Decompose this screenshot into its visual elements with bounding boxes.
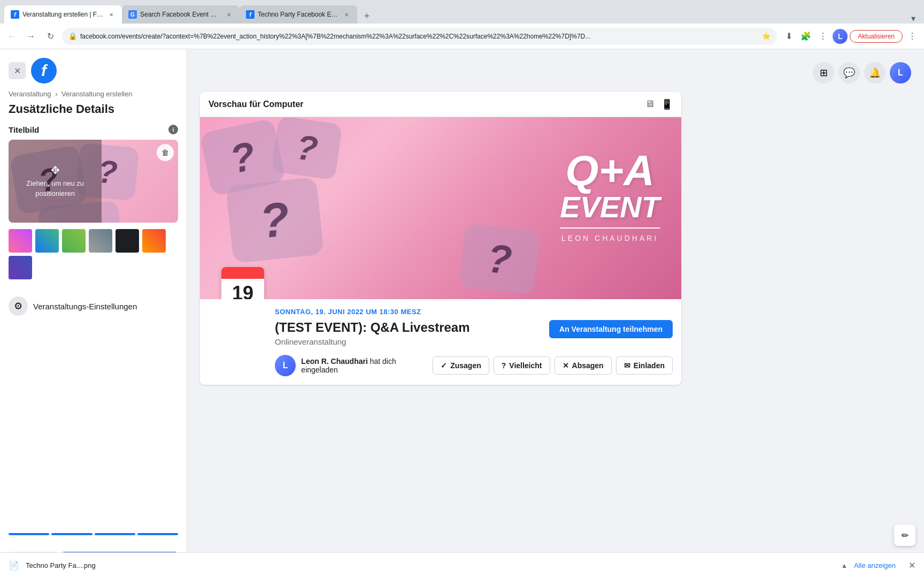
rsvp-maybe-button[interactable]: ? Vielleicht [494, 356, 550, 375]
organizer-avatar: L [275, 355, 296, 376]
titelbild-section: Titelbild i [9, 125, 178, 134]
settings-label: Veranstaltungs-Einstellungen [33, 302, 137, 311]
thumbnail-2[interactable] [35, 229, 59, 253]
thumbnail-row [9, 229, 178, 279]
rsvp-yes-button[interactable]: ✓ Zusagen [433, 356, 489, 375]
tab-search[interactable]: G Search Facebook Event Cover... ✕ [122, 5, 240, 24]
settings-row[interactable]: ⚙ Veranstaltungs-Einstellungen [9, 290, 178, 322]
tab-favicon-3: f [246, 10, 255, 19]
thumbnail-4[interactable] [89, 229, 112, 253]
thumbnail-6[interactable] [142, 229, 166, 253]
delete-image-button[interactable]: 🗑 [157, 144, 174, 161]
reload-button[interactable]: ↻ [43, 29, 58, 44]
forward-button[interactable]: → [24, 29, 38, 44]
thumbnail-3[interactable] [62, 229, 86, 253]
breadcrumb-separator: › [55, 90, 57, 98]
download-file-icon: 📄 [9, 560, 19, 571]
info-icon[interactable]: i [168, 125, 178, 134]
breadcrumb: Veranstaltung › Veranstaltung erstellen [9, 90, 178, 98]
download-chevron-icon[interactable]: ▲ [841, 562, 848, 569]
calendar-day: 19 [221, 279, 264, 299]
rsvp-invite-button[interactable]: ✉ Einladen [616, 356, 673, 375]
sidebar-header: ✕ f [9, 58, 178, 83]
breadcrumb-part1[interactable]: Veranstaltung [9, 90, 51, 98]
tab-title-2: Search Facebook Event Cover... [140, 11, 221, 18]
preview-title: Vorschau für Computer [209, 100, 304, 109]
download-bar: 📄 Techno Party Fa....png ▲ Alle anzeigen… [0, 552, 924, 578]
user-avatar-main[interactable]: L [890, 62, 911, 83]
progress-bar [9, 533, 178, 535]
download-icon[interactable]: ⬇ [781, 29, 796, 44]
user-avatar-browser[interactable]: L [833, 29, 848, 44]
event-info: SONNTAG, 19. JUNI 2022 UM 18:30 MESZ (TE… [200, 299, 681, 385]
address-bar[interactable]: 🔒 facebook.com/events/create/?acontext=%… [62, 28, 777, 45]
edit-icon[interactable]: ✏ [894, 524, 915, 546]
event-name: (TEST EVENT): Q&A Livestream [275, 320, 470, 335]
tab-techno[interactable]: f Techno Party Facebook Event ... ✕ [240, 5, 357, 24]
move-icon: ✥ [51, 164, 60, 177]
settings-gear-icon: ⚙ [9, 296, 28, 316]
download-filename: Techno Party Fa....png [26, 561, 835, 569]
extensions-icon[interactable]: 🧩 [798, 29, 813, 44]
upload-overlay: ✥ Ziehen, um neu zu positionieren [9, 140, 102, 223]
notifications-icon[interactable]: 🔔 [864, 62, 886, 83]
nav-bar: ← → ↻ 🔒 facebook.com/events/create/?acon… [0, 24, 924, 49]
rsvp-maybe-label: Vielleicht [509, 361, 542, 370]
rsvp-no-label: Absagen [572, 361, 604, 370]
preview-header: Vorschau für Computer 🖥 📱 [200, 92, 681, 117]
banner-bubble-4: ? [459, 223, 540, 295]
join-event-button[interactable]: An Veranstaltung teilnehmen [549, 320, 673, 338]
bookmark-icon[interactable]: ⭐ [762, 32, 771, 40]
page-body: ✕ f Veranstaltung › Veranstaltung erstel… [0, 49, 924, 578]
mail-icon: ✉ [624, 361, 630, 370]
thumbnail-7[interactable] [9, 256, 32, 279]
event-name-row: (TEST EVENT): Q&A Livestream Onlineveran… [275, 320, 673, 355]
menu-button[interactable]: ⋮ [905, 29, 920, 44]
rsvp-invite-label: Einladen [634, 361, 665, 370]
sidebar-title: Zusätzliche Details [9, 102, 178, 116]
mobile-icon[interactable]: 📱 [661, 98, 673, 110]
settings-icon[interactable]: ⋮ [815, 29, 830, 44]
breadcrumb-part2[interactable]: Veranstaltung erstellen [61, 90, 132, 98]
tab-favicon-2: G [128, 10, 137, 19]
page-header-icons: ⊞ 💬 🔔 L [200, 62, 911, 83]
desktop-icon[interactable]: 🖥 [645, 98, 654, 110]
banner-author-text: LEON CHAUDHARI [560, 234, 660, 242]
event-banner: ? ? ? ? Q+A EVENT LEON CHAUDHARI 19 [200, 117, 681, 299]
tab-close-3[interactable]: ✕ [342, 10, 351, 19]
tab-veranstaltung[interactable]: f Veranstaltung erstellen | Faceb... ✕ [4, 5, 122, 24]
event-actions-row: L Leon R. Chaudhari hat dich eingeladen … [275, 355, 673, 376]
image-upload-area[interactable]: ? ? ? ✥ Ziehen, um neu zu positionieren … [9, 140, 178, 223]
progress-dot-2 [51, 533, 92, 535]
preview-card: Vorschau für Computer 🖥 📱 ? ? ? ? Q+A EV… [200, 92, 681, 385]
progress-dot-3 [95, 533, 135, 535]
event-location: Onlineveranstaltung [275, 337, 470, 346]
sidebar: ✕ f Veranstaltung › Veranstaltung erstel… [0, 49, 187, 578]
nav-actions: ⬇ 🧩 ⋮ L Aktualisieren ⋮ [781, 29, 920, 44]
rsvp-no-button[interactable]: ✕ Absagen [555, 356, 612, 375]
main-content: ⊞ 💬 🔔 L Vorschau für Computer 🖥 📱 ? ? ? [187, 49, 924, 578]
overlay-text: Ziehen, um neu zu positionieren [9, 179, 102, 198]
browser-chrome: f Veranstaltung erstellen | Faceb... ✕ G… [0, 0, 924, 49]
show-all-downloads-button[interactable]: Alle anzeigen [854, 561, 896, 569]
back-button[interactable]: ← [4, 29, 19, 44]
thumbnail-5[interactable] [116, 229, 139, 253]
facebook-logo: f [31, 58, 57, 83]
grid-icon[interactable]: ⊞ [813, 62, 834, 83]
tab-close-1[interactable]: ✕ [107, 10, 116, 19]
update-button[interactable]: Aktualisieren [850, 30, 903, 43]
close-download-bar-button[interactable]: ✕ [908, 560, 915, 571]
address-text: facebook.com/events/create/?acontext=%7B… [80, 33, 759, 40]
tab-title-1: Veranstaltung erstellen | Faceb... [22, 11, 104, 18]
rsvp-buttons: ✓ Zusagen ? Vielleicht ✕ Absagen ✉ [433, 356, 673, 375]
tab-dropdown[interactable]: ▾ [907, 13, 920, 24]
rsvp-yes-label: Zusagen [450, 361, 481, 370]
banner-qa-text: Q+A [560, 149, 660, 192]
close-sidebar-button[interactable]: ✕ [9, 62, 26, 79]
banner-event-text: EVENT [560, 192, 660, 222]
new-tab-button[interactable]: + [359, 9, 374, 24]
check-icon: ✓ [441, 361, 447, 370]
thumbnail-1[interactable] [9, 229, 32, 253]
messenger-icon[interactable]: 💬 [838, 62, 860, 83]
tab-close-2[interactable]: ✕ [225, 10, 233, 19]
